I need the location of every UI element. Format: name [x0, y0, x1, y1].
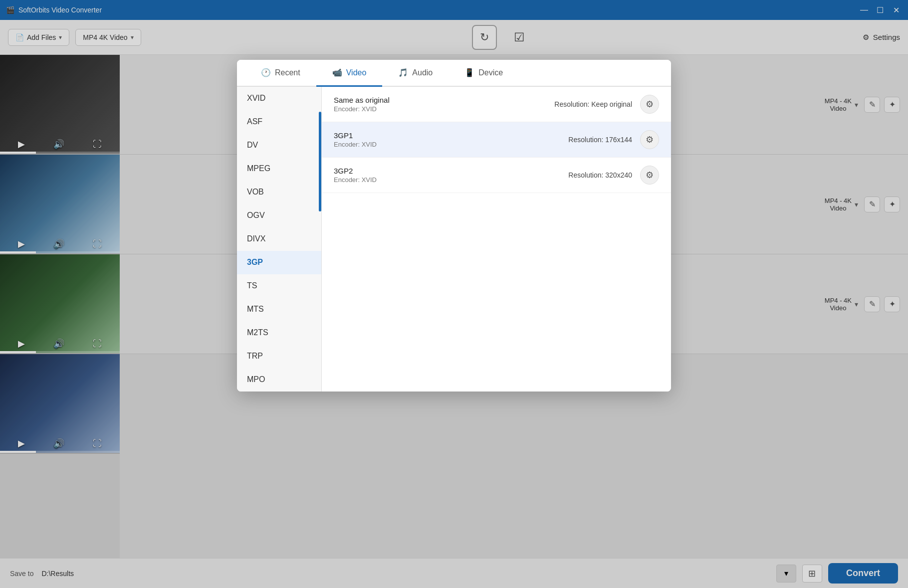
preset-same-as-original-encoder: Encoder: XVID: [334, 105, 554, 113]
tab-video-label: Video: [346, 68, 367, 77]
settings-icon-0: ⚙: [646, 99, 654, 110]
format-item-xvid[interactable]: XVID: [237, 87, 321, 110]
format-item-vob[interactable]: VOB: [237, 181, 321, 204]
modal-tabs: 🕐 Recent 📹 Video 🎵 Audio 📱 Device: [237, 60, 671, 87]
format-item-ogv[interactable]: OGV: [237, 204, 321, 227]
preset-3gp1-name: 3GP1: [334, 131, 568, 140]
preset-3gp1-resolution: Resolution: 176x144: [568, 136, 632, 144]
preset-same-as-original-settings-button[interactable]: ⚙: [640, 95, 659, 114]
recent-icon: 🕐: [261, 68, 271, 77]
audio-tab-icon: 🎵: [398, 68, 408, 77]
preset-3gp2-settings-button[interactable]: ⚙: [640, 166, 659, 185]
device-tab-icon: 📱: [464, 68, 474, 77]
preset-3gp1[interactable]: 3GP1 Encoder: XVID Resolution: 176x144 ⚙: [322, 122, 671, 158]
tab-audio-label: Audio: [412, 68, 433, 77]
preset-same-as-original-info: Same as original Encoder: XVID: [334, 96, 554, 113]
format-item-asf[interactable]: ASF: [237, 110, 321, 134]
video-tab-icon: 📹: [332, 68, 342, 77]
preset-same-as-original-name: Same as original: [334, 96, 554, 104]
presets-panel: Same as original Encoder: XVID Resolutio…: [322, 87, 671, 392]
format-modal: 🕐 Recent 📹 Video 🎵 Audio 📱 Device XVID A…: [237, 60, 671, 392]
format-item-dv[interactable]: DV: [237, 134, 321, 157]
tab-device[interactable]: 📱 Device: [449, 60, 519, 87]
format-scroll-thumb: [319, 112, 321, 211]
preset-3gp2-info: 3GP2 Encoder: XVID: [334, 167, 568, 184]
tab-recent-label: Recent: [275, 68, 300, 77]
preset-same-as-original[interactable]: Same as original Encoder: XVID Resolutio…: [322, 87, 671, 122]
tab-recent[interactable]: 🕐 Recent: [245, 60, 316, 87]
format-item-m2ts[interactable]: M2TS: [237, 321, 321, 345]
preset-3gp2-encoder: Encoder: XVID: [334, 176, 568, 184]
preset-3gp2-name: 3GP2: [334, 167, 568, 175]
settings-icon-2: ⚙: [646, 170, 654, 181]
tab-video[interactable]: 📹 Video: [316, 60, 383, 87]
format-item-mts[interactable]: MTS: [237, 298, 321, 321]
preset-3gp1-info: 3GP1 Encoder: XVID: [334, 131, 568, 148]
format-item-trp[interactable]: TRP: [237, 345, 321, 368]
preset-3gp1-encoder: Encoder: XVID: [334, 141, 568, 148]
preset-3gp1-settings-button[interactable]: ⚙: [640, 130, 659, 149]
format-list: XVID ASF DV MPEG VOB OGV DIVX 3GP TS MTS…: [237, 87, 322, 392]
format-item-3gp[interactable]: 3GP: [237, 251, 321, 274]
format-item-divx[interactable]: DIVX: [237, 227, 321, 251]
preset-same-as-original-resolution: Resolution: Keep original: [554, 100, 632, 108]
format-item-mpo[interactable]: MPO: [237, 368, 321, 392]
tab-device-label: Device: [478, 68, 503, 77]
tab-audio[interactable]: 🎵 Audio: [382, 60, 449, 87]
modal-overlay: 🕐 Recent 📹 Video 🎵 Audio 📱 Device XVID A…: [0, 0, 908, 588]
format-item-mpeg[interactable]: MPEG: [237, 157, 321, 181]
modal-body: XVID ASF DV MPEG VOB OGV DIVX 3GP TS MTS…: [237, 87, 671, 392]
settings-icon-1: ⚙: [646, 134, 654, 145]
preset-3gp2-resolution: Resolution: 320x240: [568, 171, 632, 179]
preset-3gp2[interactable]: 3GP2 Encoder: XVID Resolution: 320x240 ⚙: [322, 158, 671, 193]
format-item-ts[interactable]: TS: [237, 274, 321, 298]
